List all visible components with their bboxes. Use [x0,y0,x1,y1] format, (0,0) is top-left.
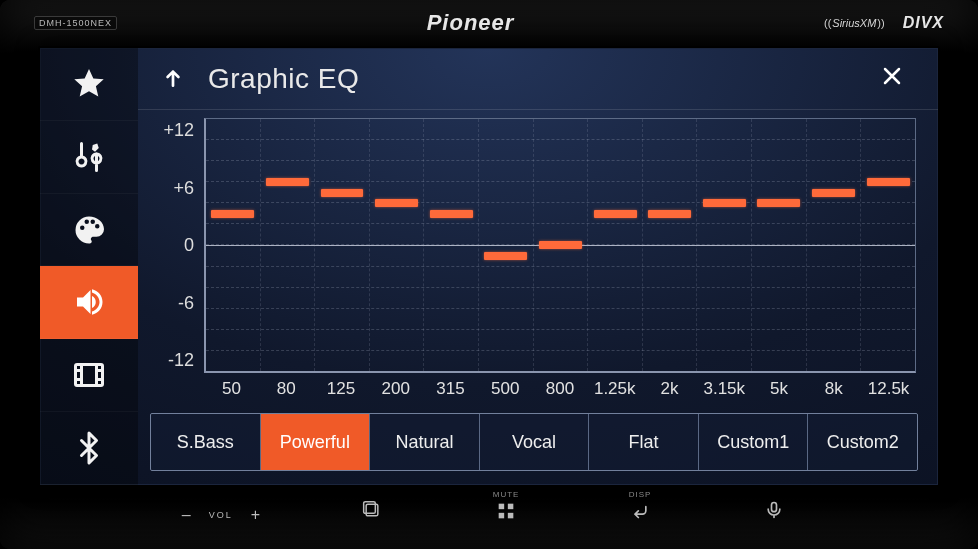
eq-band-50[interactable] [206,119,261,371]
eq-band-80[interactable] [261,119,316,371]
sidebar-item-theme[interactable] [40,194,138,267]
eq-slider-handle[interactable] [430,210,473,218]
x-tick-label: 1.25k [587,379,642,399]
svg-rect-7 [772,503,777,512]
svg-rect-4 [508,504,513,510]
eq-slider-handle[interactable] [867,178,910,186]
y-tick-label: +12 [148,120,194,141]
preset-powerful[interactable]: Powerful [261,414,371,470]
head-unit-shell: DMH-1500NEX Pioneer SiriusXM DIVX [0,0,978,549]
mute-caption: MUTE [493,490,520,499]
brand-logo: Pioneer [427,10,515,36]
bezel-top: DMH-1500NEX Pioneer SiriusXM DIVX [0,6,978,40]
return-icon [628,500,652,520]
x-tick-label: 500 [478,379,533,399]
volume-controls: – VOL + [182,506,260,524]
x-tick-label: 3.15k [697,379,752,399]
eq-band-5k[interactable] [752,119,807,371]
preset-natural[interactable]: Natural [370,414,480,470]
eq-slider-handle[interactable] [321,189,364,197]
eq-band-12.5k[interactable] [861,119,915,371]
model-label: DMH-1500NEX [34,16,117,30]
preset-vocal[interactable]: Vocal [480,414,590,470]
siriusxm-badge: SiriusXM [824,17,885,29]
divx-badge: DIVX [903,14,944,32]
eq-slider-handle[interactable] [484,252,527,260]
x-tick-label: 800 [533,379,588,399]
sidebar-item-system[interactable] [40,121,138,194]
eq-area: +12+60-6-12 50801252003155008001.25k2k3.… [138,110,938,413]
close-icon [880,64,904,88]
palette-icon [71,212,107,248]
y-tick-label: -6 [148,293,194,314]
eq-band-500[interactable] [479,119,534,371]
x-tick-label: 5k [752,379,807,399]
eq-slider-handle[interactable] [539,241,582,249]
app-switch-button[interactable] [350,500,394,530]
x-tick-label: 2k [642,379,697,399]
x-tick-label: 80 [259,379,314,399]
x-tick-label: 50 [204,379,259,399]
eq-slider-handle[interactable] [211,210,254,218]
sidebar-item-favorites[interactable] [40,48,138,121]
bezel-badges: SiriusXM DIVX [824,14,944,32]
eq-band-125[interactable] [315,119,370,371]
grid-icon [495,500,517,522]
eq-y-axis: +12+60-6-12 [148,118,204,373]
page-title: Graphic EQ [208,63,359,95]
voice-button[interactable] [752,500,796,530]
eq-band-315[interactable] [424,119,479,371]
x-tick-label: 125 [314,379,369,399]
sidebar-item-bluetooth[interactable] [40,412,138,485]
y-tick-label: -12 [148,350,194,371]
eq-slider-handle[interactable] [703,199,746,207]
home-button[interactable]: MUTE [484,500,528,530]
preset-flat[interactable]: Flat [589,414,699,470]
star-icon [71,66,107,102]
touchscreen: Graphic EQ +12+60-6-12 50801252003155008… [38,46,940,487]
eq-slider-handle[interactable] [757,199,800,207]
x-tick-label: 12.5k [861,379,916,399]
eq-slider-handle[interactable] [266,178,309,186]
sidebar-item-video[interactable] [40,339,138,412]
x-tick-label: 200 [368,379,423,399]
eq-band-1.25k[interactable] [588,119,643,371]
eq-band-200[interactable] [370,119,425,371]
svg-rect-0 [76,365,103,386]
bluetooth-icon [71,430,107,466]
eq-band-3.15k[interactable] [697,119,752,371]
return-button[interactable]: DISP [618,500,662,530]
preset-custom1[interactable]: Custom1 [699,414,809,470]
volume-down-button[interactable]: – [182,506,191,524]
eq-slider-handle[interactable] [594,210,637,218]
eq-grid[interactable] [204,118,916,373]
y-tick-label: +6 [148,178,194,199]
back-button[interactable] [160,64,186,94]
eq-band-8k[interactable] [807,119,862,371]
eq-slider-handle[interactable] [375,199,418,207]
eq-x-axis: 50801252003155008001.25k2k3.15k5k8k12.5k [204,373,916,409]
svg-rect-2 [364,502,376,514]
preset-tabs: S.BassPowerfulNaturalVocalFlatCustom1Cus… [150,413,918,471]
svg-rect-5 [499,513,505,519]
eq-band-800[interactable] [534,119,589,371]
eq-slider-handle[interactable] [812,189,855,197]
x-tick-label: 315 [423,379,478,399]
eq-slider-handle[interactable] [648,210,691,218]
eq-chart: +12+60-6-12 [148,118,916,373]
svg-rect-3 [499,504,505,510]
sidebar-item-audio[interactable] [40,266,138,339]
microphone-icon [764,500,784,520]
back-arrow-icon [160,64,186,90]
y-tick-label: 0 [148,235,194,256]
close-button[interactable] [868,63,916,95]
preset-sbass[interactable]: S.Bass [151,414,261,470]
svg-rect-6 [508,513,513,519]
main-panel: Graphic EQ +12+60-6-12 50801252003155008… [138,48,938,485]
volume-up-button[interactable]: + [251,506,260,524]
tools-icon [71,139,107,175]
preset-custom2[interactable]: Custom2 [808,414,917,470]
eq-band-2k[interactable] [643,119,698,371]
titlebar: Graphic EQ [138,48,938,110]
disp-caption: DISP [629,490,652,499]
